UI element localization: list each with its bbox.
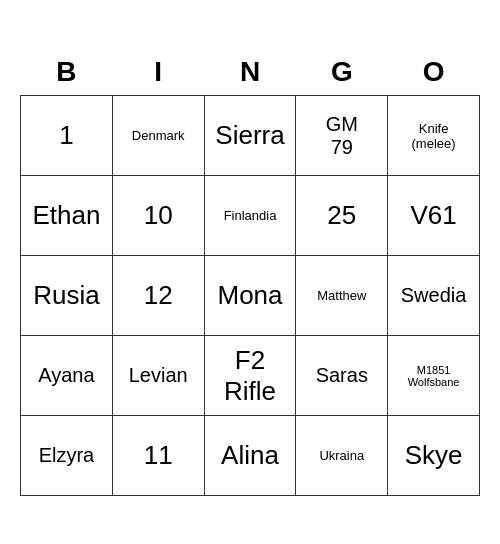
bingo-row-4: Elzyra11AlinaUkrainaSkye [21, 416, 480, 496]
bingo-cell-1-2: Finlandia [204, 176, 296, 256]
bingo-row-2: Rusia12MonaMatthewSwedia [21, 256, 480, 336]
bingo-header-I: I [112, 48, 204, 96]
bingo-cell-0-2: Sierra [204, 96, 296, 176]
bingo-cell-2-1: 12 [112, 256, 204, 336]
bingo-cell-3-0: Ayana [21, 336, 113, 416]
bingo-cell-0-4: Knife(melee) [388, 96, 480, 176]
bingo-card: BINGO 1DenmarkSierraGM79Knife(melee)Etha… [20, 48, 480, 497]
bingo-cell-1-4: V61 [388, 176, 480, 256]
bingo-cell-4-2: Alina [204, 416, 296, 496]
bingo-cell-0-1: Denmark [112, 96, 204, 176]
bingo-cell-1-1: 10 [112, 176, 204, 256]
bingo-row-3: AyanaLevianF2RifleSarasM1851Wolfsbane [21, 336, 480, 416]
bingo-cell-3-1: Levian [112, 336, 204, 416]
bingo-cell-4-1: 11 [112, 416, 204, 496]
bingo-header-B: B [21, 48, 113, 96]
bingo-cell-2-2: Mona [204, 256, 296, 336]
bingo-row-0: 1DenmarkSierraGM79Knife(melee) [21, 96, 480, 176]
bingo-header-G: G [296, 48, 388, 96]
bingo-cell-4-4: Skye [388, 416, 480, 496]
bingo-cell-4-3: Ukraina [296, 416, 388, 496]
bingo-cell-3-3: Saras [296, 336, 388, 416]
bingo-cell-1-0: Ethan [21, 176, 113, 256]
bingo-cell-2-0: Rusia [21, 256, 113, 336]
bingo-row-1: Ethan10Finlandia25V61 [21, 176, 480, 256]
bingo-header-O: O [388, 48, 480, 96]
bingo-cell-1-3: 25 [296, 176, 388, 256]
bingo-cell-0-0: 1 [21, 96, 113, 176]
bingo-cell-2-3: Matthew [296, 256, 388, 336]
bingo-header-N: N [204, 48, 296, 96]
bingo-cell-0-3: GM79 [296, 96, 388, 176]
bingo-cell-2-4: Swedia [388, 256, 480, 336]
bingo-cell-3-4: M1851Wolfsbane [388, 336, 480, 416]
bingo-cell-4-0: Elzyra [21, 416, 113, 496]
bingo-cell-3-2: F2Rifle [204, 336, 296, 416]
